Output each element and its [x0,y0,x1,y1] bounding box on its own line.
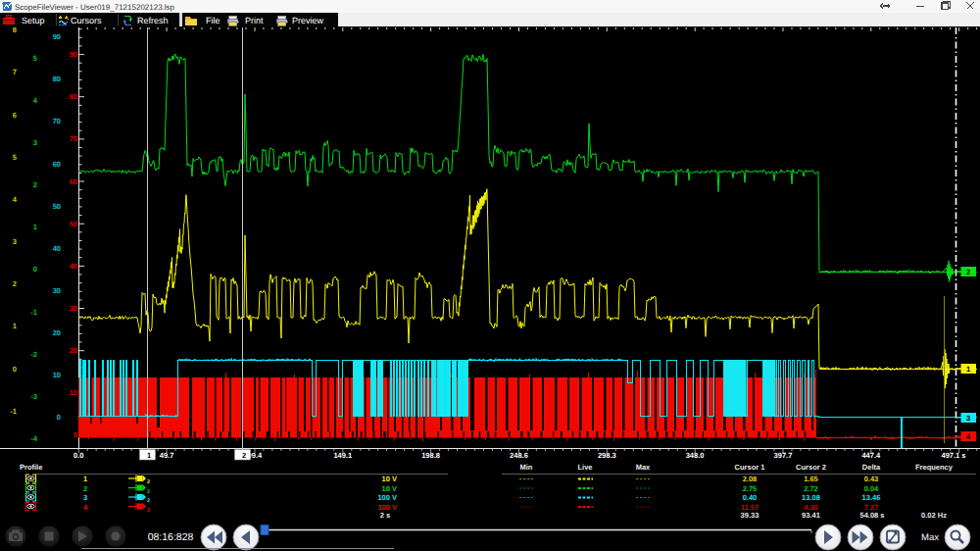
svg-text:0.40: 0.40 [743,493,758,502]
svg-text:Profile: Profile [20,463,42,472]
svg-text:Live: Live [577,463,592,472]
svg-text:50: 50 [53,202,61,211]
svg-text:13.46: 13.46 [862,493,881,502]
svg-text:3: 3 [33,138,37,147]
svg-text:5: 5 [33,54,37,63]
svg-text:7: 7 [13,68,17,76]
svg-text:2: 2 [33,180,37,189]
svg-text:Max: Max [636,463,651,472]
svg-text:-3: -3 [30,392,37,401]
svg-text:0.43: 0.43 [864,475,879,483]
svg-text:2.75: 2.75 [743,484,758,493]
svg-text:0.02 Hz: 0.02 Hz [921,511,947,520]
svg-text:298.3: 298.3 [598,451,616,460]
svg-text:6: 6 [13,111,17,120]
svg-text:Setup: Setup [22,16,45,25]
svg-text:0.04: 0.04 [864,484,879,493]
svg-text:93.41: 93.41 [802,511,820,520]
svg-text:Cursor 1: Cursor 1 [735,463,765,472]
svg-text:1.65: 1.65 [804,475,818,483]
svg-text:-1: -1 [10,407,17,416]
svg-text:Cursor 2: Cursor 2 [796,463,826,472]
svg-text:90: 90 [70,50,77,59]
svg-text:08:16:828: 08:16:828 [148,531,194,543]
svg-text:10: 10 [53,371,61,379]
svg-text:-4: -4 [30,434,37,443]
svg-text:3: 3 [966,414,970,423]
svg-text:30: 30 [70,304,77,313]
svg-text:3: 3 [83,493,87,502]
svg-text:2: 2 [83,484,87,493]
svg-text:70: 70 [53,117,61,125]
svg-text:100 V: 100 V [377,493,397,502]
svg-text:1: 1 [966,365,970,374]
svg-text:10 V: 10 V [382,484,397,493]
svg-text:2: 2 [242,451,246,460]
svg-text:Delta: Delta [862,463,881,472]
svg-text:20: 20 [70,346,77,355]
svg-text:Min: Min [520,463,533,472]
svg-text:Print: Print [245,16,264,25]
svg-text:2: 2 [147,489,150,495]
svg-text:1: 1 [83,475,87,483]
svg-text:248.6: 248.6 [510,451,528,460]
svg-text:2: 2 [147,498,150,504]
svg-text:2: 2 [13,279,17,288]
svg-text:348.0: 348.0 [686,451,705,460]
svg-text:80: 80 [70,92,77,101]
svg-text:50: 50 [70,220,77,228]
svg-text:20: 20 [53,328,61,337]
svg-text:40: 40 [53,244,61,253]
svg-text:54.08 s: 54.08 s [859,511,884,520]
svg-text:Preview: Preview [292,16,324,25]
svg-text:49.7: 49.7 [160,451,174,460]
svg-text:30: 30 [53,286,61,295]
svg-text:1: 1 [147,451,151,460]
svg-text:1: 1 [13,322,17,330]
svg-text:Refresh: Refresh [137,16,169,25]
svg-text:0.0: 0.0 [74,451,83,460]
svg-text:39.33: 39.33 [741,511,760,520]
svg-text:60: 60 [70,177,77,186]
svg-text:Cursors: Cursors [71,16,102,25]
svg-text:2 s: 2 s [380,511,390,520]
svg-text:447.4: 447.4 [861,451,881,460]
svg-text:-2: -2 [30,350,37,359]
svg-text:149.1: 149.1 [333,451,352,460]
svg-text:70: 70 [70,134,77,143]
svg-text:90: 90 [53,32,61,41]
svg-text:198.8: 198.8 [421,451,440,460]
svg-text:10 V: 10 V [382,475,397,483]
svg-text:-1: -1 [30,308,37,317]
svg-text:File: File [206,16,220,25]
svg-text:13.08: 13.08 [802,493,820,502]
svg-text:0: 0 [13,365,17,374]
svg-text:2.72: 2.72 [804,484,818,493]
svg-text:497.1 s: 497.1 s [941,451,965,460]
svg-text:1: 1 [33,223,37,231]
svg-text:Frequency: Frequency [915,463,954,472]
svg-text:0: 0 [33,265,37,274]
svg-text:2: 2 [147,479,150,485]
svg-text:40: 40 [70,262,77,271]
svg-text:0: 0 [74,430,77,439]
svg-text:5: 5 [13,153,17,162]
svg-text:10: 10 [70,388,77,397]
svg-text:Max: Max [921,532,939,543]
svg-text:ScopeFileViewer - User019_7121: ScopeFileViewer - User019_71215202123.ls… [15,3,175,12]
svg-text:3: 3 [13,237,17,246]
svg-text:80: 80 [53,75,61,83]
svg-text:60: 60 [53,160,61,169]
svg-text:2.08: 2.08 [743,475,758,483]
svg-text:2: 2 [966,268,970,276]
svg-text:8: 8 [13,25,17,34]
svg-text:397.7: 397.7 [774,451,793,460]
svg-text:2: 2 [147,508,150,514]
svg-text:0: 0 [57,413,61,422]
